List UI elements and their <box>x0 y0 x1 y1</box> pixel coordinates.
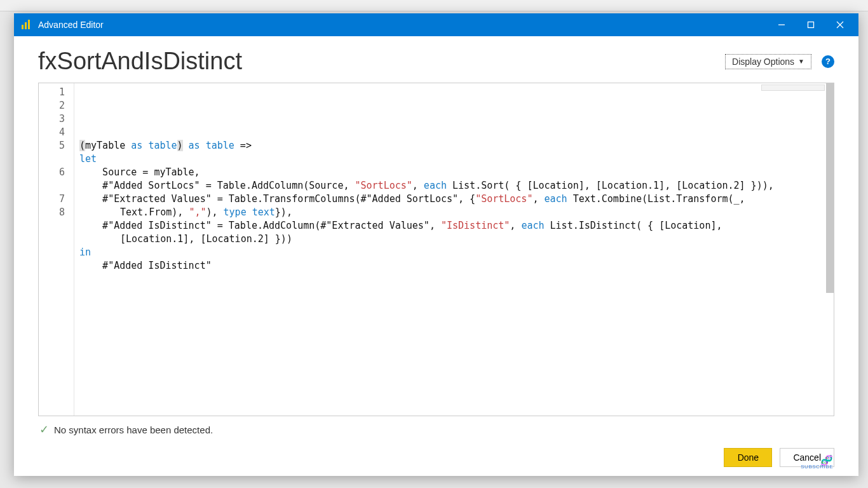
svg-rect-4 <box>808 22 814 28</box>
code-line[interactable]: #"Added IsDistinct" = Table.AddColumn(#"… <box>79 219 829 233</box>
code-line[interactable]: (myTable as table) as table => <box>79 139 829 152</box>
check-icon: ✓ <box>39 423 49 437</box>
status-bar: ✓ No syntax errors have been detected. <box>38 416 834 437</box>
display-options-label: Display Options <box>732 57 794 67</box>
code-line-wrap[interactable]: [Location.1], [Location.2] })) <box>79 233 829 246</box>
svg-rect-0 <box>22 25 24 29</box>
line-number: 3 <box>39 112 74 126</box>
window-title: Advanced Editor <box>38 20 767 30</box>
code-line-wrap[interactable]: Text.From), ","), type text}), <box>79 206 829 219</box>
code-line[interactable]: let <box>79 152 829 166</box>
code-line[interactable]: #"Added SortLocs" = Table.AddColumn(Sour… <box>79 179 829 193</box>
svg-rect-1 <box>25 22 27 29</box>
line-number: 2 <box>39 99 74 112</box>
power-bi-logo-icon <box>20 19 32 30</box>
advanced-editor-dialog: Advanced Editor fxSortAndIsDistinct Disp… <box>14 13 858 476</box>
code-line[interactable]: Source = myTable, <box>79 166 829 179</box>
button-row: Done Cancel 🧬 SUBSCRIBE <box>38 437 834 467</box>
help-button[interactable]: ? <box>822 55 834 68</box>
chevron-down-icon: ▼ <box>798 58 804 65</box>
dna-icon: 🧬 <box>801 458 833 464</box>
status-message: No syntax errors have been detected. <box>54 424 213 435</box>
code-textarea[interactable]: (myTable as table) as table =>let Source… <box>74 83 834 416</box>
code-line[interactable]: #"Extracted Values" = Table.TransformCol… <box>79 193 829 206</box>
code-line[interactable]: in <box>79 246 829 259</box>
minimize-button[interactable] <box>767 13 796 36</box>
close-button[interactable] <box>825 13 855 36</box>
titlebar: Advanced Editor <box>14 13 858 36</box>
code-line[interactable]: #"Added IsDistinct" <box>79 259 829 273</box>
maximize-button[interactable] <box>796 13 825 36</box>
vertical-scrollbar[interactable] <box>826 83 834 293</box>
line-number: 7 <box>39 193 74 206</box>
dialog-content: fxSortAndIsDistinct Display Options ▼ ? … <box>14 36 858 476</box>
line-number: 8 <box>39 206 74 219</box>
background-ribbon <box>0 0 868 11</box>
svg-rect-2 <box>28 20 30 29</box>
line-number: 4 <box>39 126 74 139</box>
query-name: fxSortAndIsDistinct <box>38 48 725 75</box>
code-editor[interactable]: 12345 6 78 (myTable as table) as table =… <box>38 83 834 416</box>
subscribe-watermark: 🧬 SUBSCRIBE <box>801 458 833 470</box>
line-number-gutter: 12345 6 78 <box>39 83 74 416</box>
line-number: 6 <box>39 166 74 179</box>
display-options-dropdown[interactable]: Display Options ▼ <box>725 54 811 69</box>
line-number: 1 <box>39 86 74 99</box>
header-row: fxSortAndIsDistinct Display Options ▼ ? <box>38 48 834 75</box>
done-button[interactable]: Done <box>724 448 772 467</box>
line-number: 5 <box>39 139 74 152</box>
minimap[interactable] <box>761 85 825 91</box>
